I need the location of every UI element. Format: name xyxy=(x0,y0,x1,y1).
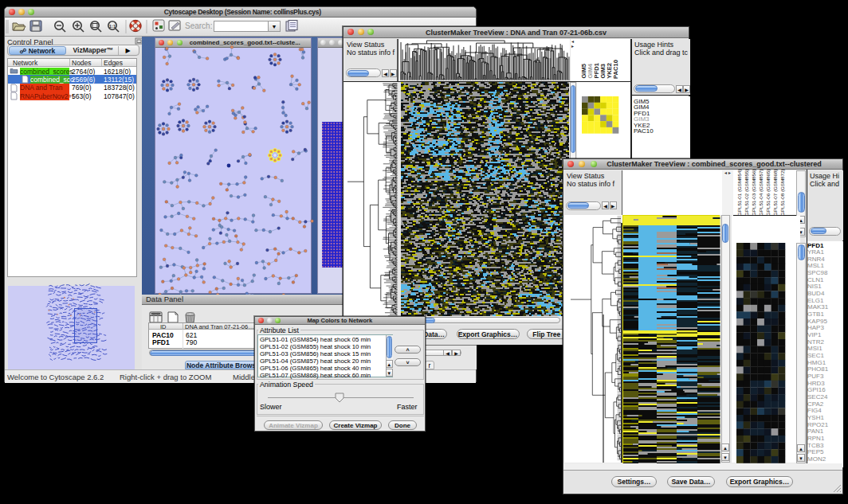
svg-text:GPL51-07 (GSM868): GPL51-07 (GSM868) xyxy=(772,169,778,215)
svg-text:1:1: 1:1 xyxy=(109,24,116,29)
svg-text:GPL51-04 (GSM857): GPL51-04 (GSM857) xyxy=(758,169,764,215)
svg-text:GPL51-03 (GSM856): GPL51-03 (GSM856) xyxy=(751,169,756,215)
svg-text:GPL51-02 (GSM855): GPL51-02 (GSM855) xyxy=(744,169,749,215)
svg-text:GPL51-01 (GSM854): GPL51-01 (GSM854) xyxy=(736,169,742,215)
svg-text:GPL51-06 (GSM865): GPL51-06 (GSM865) xyxy=(765,169,771,215)
svg-text:GPL51-08 (GSM872): GPL51-08 (GSM872) xyxy=(779,169,785,215)
